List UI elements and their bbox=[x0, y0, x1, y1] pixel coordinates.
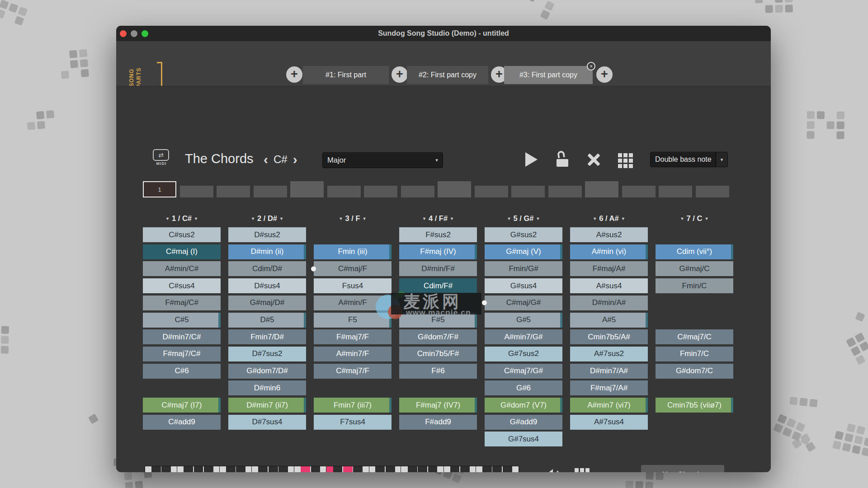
chord-cell[interactable]: F#maj7/A# bbox=[570, 380, 648, 395]
chord-cell[interactable]: F#maj/A# bbox=[570, 261, 648, 276]
chord-cell[interactable]: A#sus2 bbox=[570, 227, 648, 242]
chord-cell[interactable]: G#7sus4 bbox=[485, 432, 562, 446]
keep-button[interactable] bbox=[575, 468, 590, 472]
chord-cell[interactable]: Fmin (iii) bbox=[314, 244, 392, 259]
chord-cell[interactable]: D#5 bbox=[228, 313, 306, 328]
clear-chords-button[interactable] bbox=[587, 153, 601, 167]
chord-cell[interactable]: G#7sus2 bbox=[485, 347, 562, 361]
piano-key-F#2[interactable]: F# bbox=[258, 466, 268, 472]
step-cell-7[interactable] bbox=[364, 186, 397, 197]
bass-note-select[interactable]: Double bass note ▾ bbox=[650, 152, 728, 167]
chord-cell[interactable]: C#maj7/F bbox=[314, 364, 392, 379]
close-tab-icon[interactable]: × bbox=[587, 62, 595, 70]
step-cell-13[interactable] bbox=[585, 181, 618, 197]
step-cell-8[interactable] bbox=[401, 186, 434, 197]
chord-column-header[interactable]: ▾2 / D#▾ bbox=[228, 212, 306, 224]
chord-cell[interactable]: G#dom7 (V7) bbox=[485, 398, 562, 413]
chord-cell[interactable]: C#sus2 bbox=[143, 227, 221, 242]
chord-cell[interactable]: G#maj/D# bbox=[228, 296, 306, 310]
chord-cell[interactable]: D#min (ii) bbox=[228, 244, 306, 259]
piano-key-D#4[interactable]: D# bbox=[386, 466, 395, 472]
step-cell-12[interactable] bbox=[548, 186, 582, 197]
chord-cell[interactable]: F#sus2 bbox=[399, 227, 477, 242]
chord-cell[interactable]: A#min7 (vi7) bbox=[570, 398, 648, 413]
chord-cell[interactable]: F#maj (IV) bbox=[399, 244, 477, 259]
use-chords-button[interactable]: Use Chords bbox=[641, 465, 724, 472]
chord-cell[interactable]: G#dom7/C bbox=[656, 364, 733, 379]
piano-key-D#5[interactable]: D# bbox=[460, 466, 470, 472]
song-part-tab[interactable]: #3: First part copy× bbox=[504, 66, 593, 84]
chord-cell[interactable]: D#sus4 bbox=[228, 278, 306, 293]
chord-cell[interactable]: A#5 bbox=[570, 313, 648, 328]
chord-cell[interactable]: Cdim (vii°) bbox=[656, 244, 733, 259]
piano-key-C#4[interactable]: C# bbox=[375, 466, 385, 472]
chord-cell[interactable]: Fsus4 bbox=[314, 278, 392, 293]
chord-cell[interactable]: C#maj/F bbox=[314, 261, 392, 276]
chord-cell[interactable]: D#min/A# bbox=[570, 296, 648, 310]
chord-cell[interactable]: C#5 bbox=[143, 313, 221, 328]
chord-cell[interactable]: A#sus4 bbox=[570, 278, 648, 293]
chord-cell[interactable]: G#maj/C bbox=[656, 261, 733, 276]
step-cell-16[interactable] bbox=[696, 186, 729, 197]
chord-column-header[interactable]: ▾6 / A#▾ bbox=[570, 212, 648, 224]
add-song-part-button[interactable]: + bbox=[392, 66, 408, 83]
piano-key-F#1[interactable]: F# bbox=[184, 466, 193, 472]
chord-cell[interactable]: C#maj (I) bbox=[143, 244, 221, 259]
piano-key-G#3[interactable]: G# bbox=[343, 466, 353, 472]
chord-cell[interactable]: C#add9 bbox=[143, 415, 221, 430]
piano-key-A#2[interactable]: A# bbox=[278, 466, 288, 472]
chord-column-header[interactable]: ▾1 / C#▾ bbox=[143, 212, 221, 224]
prev-key-button[interactable]: ‹ bbox=[264, 151, 268, 168]
chord-cell[interactable]: G#5 bbox=[485, 313, 562, 328]
chord-cell[interactable]: C#6 bbox=[143, 364, 221, 379]
step-cell-2[interactable] bbox=[180, 186, 213, 197]
clear-button[interactable]: ~ bbox=[609, 470, 618, 472]
piano-key-D#2[interactable]: D# bbox=[236, 466, 245, 472]
chord-cell[interactable]: Cdim/D# bbox=[228, 261, 306, 276]
chord-cell[interactable]: Fmin7 (iii7) bbox=[314, 398, 392, 413]
chord-cell[interactable]: Cmin7b5/A# bbox=[570, 329, 648, 344]
chord-cell[interactable]: A#7sus4 bbox=[570, 415, 648, 430]
piano-key-G#5[interactable]: G# bbox=[492, 466, 502, 472]
chord-column-header[interactable]: ▾4 / F#▾ bbox=[399, 212, 477, 224]
chord-cell[interactable]: F#maj7/F bbox=[314, 329, 392, 344]
piano-key-C#3[interactable]: C# bbox=[301, 466, 310, 472]
chord-cell[interactable]: A#min (vi) bbox=[570, 244, 648, 259]
chord-cell[interactable]: A#min7/F bbox=[314, 347, 392, 361]
piano-key-C#2[interactable]: C# bbox=[226, 466, 236, 472]
chord-cell[interactable]: Fmin/C bbox=[656, 278, 733, 293]
step-cell-4[interactable] bbox=[254, 186, 287, 197]
chord-cell[interactable]: D#min7/C# bbox=[143, 329, 221, 344]
piano-key-G#1[interactable]: G# bbox=[194, 466, 203, 472]
step-cell-15[interactable] bbox=[659, 186, 692, 197]
song-part-tab[interactable]: #2: First part copy bbox=[407, 66, 488, 84]
chord-cell[interactable]: F#6 bbox=[399, 364, 477, 379]
chord-cell[interactable]: C#maj7/G# bbox=[485, 364, 562, 379]
chord-cell[interactable]: G#sus2 bbox=[485, 227, 562, 242]
step-cell-5[interactable] bbox=[290, 181, 324, 197]
step-cell-1[interactable]: 1 bbox=[143, 181, 176, 197]
listen-button[interactable] bbox=[545, 468, 561, 472]
piano-key-F#4[interactable]: F# bbox=[408, 466, 417, 472]
step-cell-11[interactable] bbox=[511, 186, 545, 197]
chord-cell[interactable]: C#sus4 bbox=[143, 278, 221, 293]
piano-key-F#3[interactable]: F# bbox=[333, 466, 343, 472]
chord-cell[interactable]: Cmin7b5 (viiø7) bbox=[656, 398, 733, 413]
chord-cell[interactable]: D#7sus2 bbox=[228, 347, 306, 361]
piano-key-C#1[interactable]: C# bbox=[151, 466, 161, 472]
midi-export-button[interactable]: ⇄ MIDI bbox=[153, 149, 170, 168]
chord-cell[interactable]: Fmin7/C bbox=[656, 347, 733, 361]
piano-key-A#4[interactable]: A# bbox=[428, 466, 438, 472]
step-cell-14[interactable] bbox=[622, 186, 656, 197]
chord-cell[interactable]: D#sus2 bbox=[228, 227, 306, 242]
chord-cell[interactable]: G#dom7/F# bbox=[399, 329, 477, 344]
step-cell-6[interactable] bbox=[327, 186, 361, 197]
chord-cell[interactable]: D#7sus4 bbox=[228, 415, 306, 430]
chord-column-header[interactable]: ▾5 / G#▾ bbox=[485, 212, 562, 224]
piano-key-C#5[interactable]: C# bbox=[450, 466, 460, 472]
piano-key-D#1[interactable]: D# bbox=[161, 466, 171, 472]
chord-cell[interactable]: Cmin7b5/F# bbox=[399, 347, 477, 361]
piano-key-D#3[interactable]: D# bbox=[311, 466, 321, 472]
chord-column-header[interactable]: ▾7 / C▾ bbox=[656, 212, 733, 224]
chord-cell[interactable]: F7sus4 bbox=[314, 415, 392, 430]
